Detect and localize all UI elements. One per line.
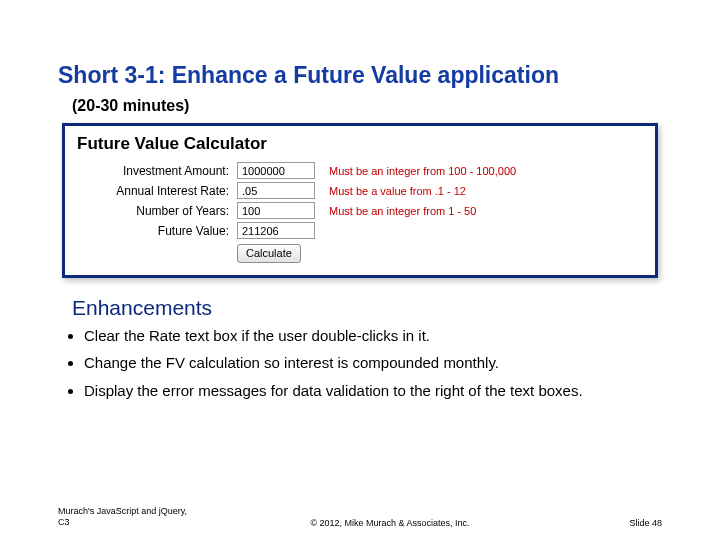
error-investment-amount: Must be an integer from 100 - 100,000 bbox=[329, 165, 516, 177]
input-interest-rate[interactable] bbox=[237, 182, 315, 199]
footer-center: © 2012, Mike Murach & Associates, Inc. bbox=[198, 518, 582, 528]
slide-footer: Murach's JavaScript and jQuery, C3 © 201… bbox=[58, 506, 662, 528]
duration-text: (20-30 minutes) bbox=[72, 97, 662, 115]
row-future-value: Future Value: bbox=[77, 222, 643, 239]
calculator-panel: Future Value Calculator Investment Amoun… bbox=[62, 123, 658, 278]
error-interest-rate: Must be a value from .1 - 12 bbox=[329, 185, 466, 197]
row-number-of-years: Number of Years: Must be an integer from… bbox=[77, 202, 643, 219]
label-number-of-years: Number of Years: bbox=[77, 204, 237, 218]
enhancements-list: Clear the Rate text box if the user doub… bbox=[84, 324, 662, 402]
list-item: Clear the Rate text box if the user doub… bbox=[84, 324, 662, 347]
input-future-value[interactable] bbox=[237, 222, 315, 239]
list-item: Change the FV calculation so interest is… bbox=[84, 351, 662, 374]
slide-title: Short 3-1: Enhance a Future Value applic… bbox=[58, 62, 662, 89]
calculator-heading: Future Value Calculator bbox=[77, 134, 643, 154]
enhancements-heading: Enhancements bbox=[72, 296, 662, 320]
footer-left: Murach's JavaScript and jQuery, C3 bbox=[58, 506, 198, 528]
calculate-button[interactable]: Calculate bbox=[237, 244, 301, 263]
input-investment-amount[interactable] bbox=[237, 162, 315, 179]
row-investment-amount: Investment Amount: Must be an integer fr… bbox=[77, 162, 643, 179]
row-interest-rate: Annual Interest Rate: Must be a value fr… bbox=[77, 182, 643, 199]
label-future-value: Future Value: bbox=[77, 224, 237, 238]
list-item: Display the error messages for data vali… bbox=[84, 379, 662, 402]
label-interest-rate: Annual Interest Rate: bbox=[77, 184, 237, 198]
input-number-of-years[interactable] bbox=[237, 202, 315, 219]
error-number-of-years: Must be an integer from 1 - 50 bbox=[329, 205, 476, 217]
label-investment-amount: Investment Amount: bbox=[77, 164, 237, 178]
footer-right: Slide 48 bbox=[582, 518, 662, 528]
